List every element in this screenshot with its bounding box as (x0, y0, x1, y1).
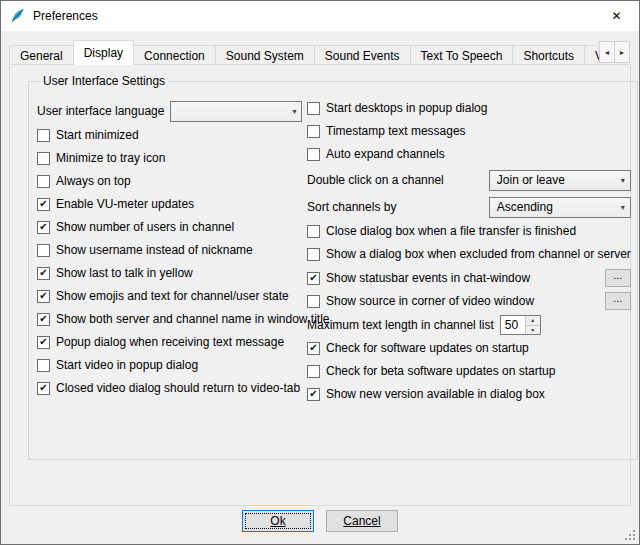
tab-sound-system[interactable]: Sound System (215, 45, 315, 65)
resize-grip[interactable] (624, 529, 637, 542)
checkbox-label: Start video in popup dialog (56, 358, 198, 372)
checkbox-always-on-top[interactable]: Always on top (37, 174, 131, 188)
checkbox-label: Start minimized (56, 128, 139, 142)
checkbox-label: Popup dialog when receiving text message (56, 335, 284, 349)
checkbox-new-version-dialog[interactable]: ✔Show new version available in dialog bo… (307, 387, 545, 401)
tab-sound-events[interactable]: Sound Events (314, 45, 411, 65)
checkbox-label: Always on top (56, 174, 131, 188)
checkbox-excluded-dialog[interactable]: Show a dialog box when excluded from cha… (307, 247, 631, 261)
checkbox-box: ✔ (37, 336, 50, 349)
video-source-more-button[interactable]: ... (605, 292, 631, 310)
checkbox-auto-expand-channels[interactable]: Auto expand channels (307, 147, 445, 161)
max-text-length-spinbox[interactable]: 50 ▲ ▼ (500, 315, 541, 335)
user-interface-settings-group: User Interface Settings User interface l… (28, 74, 638, 460)
language-dropdown[interactable]: ▾ (170, 101, 302, 122)
checkbox-video-return-to-tab[interactable]: ✔Closed video dialog should return to vi… (37, 381, 300, 395)
checkbox-box: ✔ (37, 313, 50, 326)
checkbox-box (307, 125, 320, 138)
checkbox-check-beta-updates[interactable]: Check for beta software updates on start… (307, 364, 555, 378)
checkbox-vu-meter-updates[interactable]: ✔Enable VU-meter updates (37, 197, 194, 211)
checkbox-statusbar-events[interactable]: ✔Show statusbar events in chat-window (307, 271, 530, 285)
double-click-label: Double click on a channel (307, 173, 444, 187)
checkbox-label: Check for beta software updates on start… (326, 364, 555, 378)
checkbox-emojis-text-state[interactable]: ✔Show emojis and text for channel/user s… (37, 289, 289, 303)
checkbox-minimize-to-tray[interactable]: Minimize to tray icon (37, 151, 165, 165)
checkbox-box (307, 295, 320, 308)
tab-scroll-right-icon[interactable]: ► (614, 41, 630, 63)
tab-page-display: User Interface Settings User interface l… (9, 64, 631, 506)
checkbox-show-user-count[interactable]: ✔Show number of users in channel (37, 220, 234, 234)
checkbox-box (307, 365, 320, 378)
tab-scroll-left-icon[interactable]: ◄ (599, 41, 615, 63)
dropdown-arrow-icon: ▾ (621, 176, 625, 185)
checkbox-box (37, 129, 50, 142)
checkbox-label: Closed video dialog should return to vid… (56, 381, 300, 395)
ok-button[interactable]: Ok (242, 510, 314, 532)
app-icon (10, 8, 26, 24)
tab-text-to-speech[interactable]: Text To Speech (410, 45, 514, 65)
checkbox-label: Auto expand channels (326, 147, 445, 161)
titlebar: Preferences ✕ (1, 1, 639, 31)
checkbox-box: ✔ (37, 290, 50, 303)
checkbox-box: ✔ (37, 267, 50, 280)
spin-up-icon[interactable]: ▲ (526, 316, 540, 325)
checkbox-box: ✔ (307, 388, 320, 401)
tab-shortcuts[interactable]: Shortcuts (512, 45, 585, 65)
tab-display[interactable]: Display (73, 40, 134, 65)
checkbox-check-updates[interactable]: ✔Check for software updates on startup (307, 341, 529, 355)
checkbox-video-source-corner[interactable]: Show source in corner of video window (307, 294, 534, 308)
checkbox-popup-text-message[interactable]: ✔Popup dialog when receiving text messag… (37, 335, 284, 349)
checkbox-label: Close dialog box when a file transfer is… (326, 224, 576, 238)
checkbox-label: Start desktops in popup dialog (326, 101, 487, 115)
language-label: User interface language (37, 104, 164, 118)
left-column: User interface language ▾ Start minimize… (37, 100, 301, 409)
preferences-dialog: Preferences ✕ General Display Connection… (0, 0, 640, 545)
close-button[interactable]: ✕ (594, 1, 639, 31)
checkbox-box: ✔ (37, 198, 50, 211)
checkbox-label: Show new version available in dialog box (326, 387, 545, 401)
checkbox-box (37, 175, 50, 188)
checkbox-box (307, 148, 320, 161)
checkbox-last-talk-yellow[interactable]: ✔Show last to talk in yellow (37, 266, 193, 280)
checkbox-box (37, 244, 50, 257)
sort-channels-dropdown[interactable]: Ascending ▾ (489, 197, 631, 218)
checkbox-label: Check for software updates on startup (326, 341, 529, 355)
checkbox-server-channel-in-title[interactable]: ✔Show both server and channel name in wi… (37, 312, 301, 326)
dialog-buttons: Ok Cancel (1, 510, 639, 532)
checkbox-label: Show number of users in channel (56, 220, 234, 234)
sort-channels-value: Ascending (497, 200, 553, 214)
dropdown-arrow-icon: ▾ (621, 203, 625, 212)
double-click-value: Join or leave (497, 173, 565, 187)
checkbox-box: ✔ (307, 272, 320, 285)
checkbox-box (37, 359, 50, 372)
checkbox-label: Enable VU-meter updates (56, 197, 194, 211)
checkbox-label: Show emojis and text for channel/user st… (56, 289, 289, 303)
ok-button-label: Ok (270, 514, 285, 528)
tab-general[interactable]: General (9, 45, 74, 65)
checkbox-box: ✔ (307, 342, 320, 355)
checkbox-timestamp-messages[interactable]: Timestamp text messages (307, 124, 466, 138)
tab-connection[interactable]: Connection (133, 45, 216, 65)
spin-down-icon[interactable]: ▼ (526, 325, 540, 335)
checkbox-label: Show source in corner of video window (326, 294, 534, 308)
statusbar-events-more-button[interactable]: ... (605, 269, 631, 287)
right-column: Start desktops in popup dialog Timestamp… (307, 100, 631, 409)
cancel-button-label: Cancel (343, 514, 380, 528)
checkbox-desktops-popup-dialog[interactable]: Start desktops in popup dialog (307, 101, 487, 115)
cancel-button[interactable]: Cancel (326, 510, 398, 532)
checkbox-label: Show username instead of nickname (56, 243, 253, 257)
checkbox-label: Timestamp text messages (326, 124, 466, 138)
dropdown-arrow-icon: ▾ (292, 107, 296, 116)
checkbox-start-minimized[interactable]: Start minimized (37, 128, 139, 142)
double-click-dropdown[interactable]: Join or leave ▾ (489, 170, 631, 191)
checkbox-box (307, 225, 320, 238)
checkbox-username-instead-nickname[interactable]: Show username instead of nickname (37, 243, 253, 257)
max-text-length-label: Maximum text length in channel list (307, 318, 494, 332)
checkbox-box: ✔ (37, 382, 50, 395)
tab-bar: General Display Connection Sound System … (9, 39, 631, 65)
sort-channels-label: Sort channels by (307, 200, 396, 214)
checkbox-video-popup-dialog[interactable]: Start video in popup dialog (37, 358, 198, 372)
checkbox-box (307, 102, 320, 115)
checkbox-close-filetransfer-dialog[interactable]: Close dialog box when a file transfer is… (307, 224, 576, 238)
checkbox-label: Show a dialog box when excluded from cha… (326, 247, 631, 261)
